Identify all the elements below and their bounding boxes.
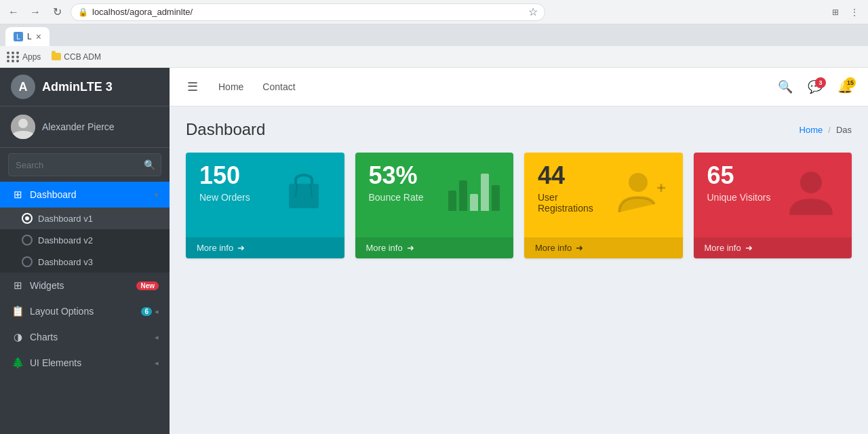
messages-button[interactable]: 💬 3 xyxy=(803,75,827,99)
sidebar-toggle-button[interactable]: ☰ xyxy=(180,75,205,99)
sidebar-item-charts[interactable]: ◑ Charts ◂ xyxy=(0,324,170,350)
stat-number-visitors: 65 xyxy=(707,163,771,188)
stat-number-bounce: 53% xyxy=(369,163,424,188)
footer-label-orders: More info xyxy=(197,243,233,253)
notifications-badge: 15 xyxy=(845,77,856,88)
search-input[interactable] xyxy=(9,156,138,174)
stat-card-body-bounce: 53% Bounce Rate xyxy=(355,153,514,237)
nav-link-home[interactable]: Home xyxy=(210,76,252,98)
sidebar-item-dashboard-v2[interactable]: Dashboard v2 xyxy=(0,229,170,251)
shopping-bag-icon xyxy=(277,163,331,224)
visitors-person-icon xyxy=(784,163,838,224)
stat-label-reg: User Registrations xyxy=(538,192,615,214)
apps-label: Apps xyxy=(22,52,41,62)
nav-label-charts: Charts xyxy=(30,332,155,342)
folder-icon xyxy=(52,53,61,60)
browser-toolbar: ← → ↻ 🔒 localhost/agora_adminlte/ ☆ ⊞ ⋮ xyxy=(0,0,868,24)
tab-favicon: L xyxy=(14,32,23,41)
stat-card-user-reg: 44 User Registrations xyxy=(524,153,683,258)
lock-icon: 🔒 xyxy=(78,7,88,17)
svg-rect-2 xyxy=(289,184,319,208)
browser-tabs: L L × xyxy=(0,24,868,46)
breadcrumb-current: Das xyxy=(836,125,852,135)
sidebar-nav: ⊞ Dashboard ▾ Dashboard v1 Dashboard v2 … xyxy=(0,182,170,434)
radio-active-icon xyxy=(22,213,33,224)
stat-footer-orders[interactable]: More info ➜ xyxy=(186,237,344,258)
grid-icon: ⊞ xyxy=(11,279,24,292)
url-text: localhost/agora_adminlte/ xyxy=(92,7,193,17)
forward-button[interactable]: → xyxy=(27,4,43,20)
stat-footer-bounce[interactable]: More info ➜ xyxy=(355,237,514,258)
stat-number-orders: 150 xyxy=(199,163,250,188)
back-button[interactable]: ← xyxy=(5,4,22,20)
brand-logo: A xyxy=(11,75,35,99)
bookmark-ccb-label: CCB ADM xyxy=(64,52,101,62)
active-tab[interactable]: L L × xyxy=(5,27,50,46)
breadcrumb: Home / Das xyxy=(800,125,852,135)
bookmark-apps[interactable]: Apps xyxy=(7,52,41,62)
stat-footer-reg[interactable]: More info ➜ xyxy=(524,237,683,258)
page-title: Dashboard xyxy=(186,120,265,139)
star-icon[interactable]: ☆ xyxy=(528,5,538,18)
sidebar-item-dashboard[interactable]: ⊞ Dashboard ▾ xyxy=(0,182,170,208)
stat-card-body-reg: 44 User Registrations xyxy=(524,153,683,237)
breadcrumb-separator: / xyxy=(828,125,831,135)
notifications-button[interactable]: 🔔 15 xyxy=(833,75,857,99)
search-nav-button[interactable]: 🔍 xyxy=(773,75,797,99)
app-wrapper: A AdminLTE 3 Alexander Pierce 🔍 xyxy=(0,68,868,434)
extensions-btn[interactable]: ⊞ xyxy=(827,4,844,20)
nav-link-contact[interactable]: Contact xyxy=(254,76,303,98)
sidebar-search: 🔍 xyxy=(0,148,170,182)
nav-label-dashboard-v1: Dashboard v1 xyxy=(38,214,159,224)
stat-card-bounce-rate: 53% Bounce Rate More info xyxy=(355,153,514,258)
nav-right: 🔍 💬 3 🔔 15 xyxy=(773,75,857,99)
svg-point-5 xyxy=(629,173,648,192)
sidebar-item-ui-elements[interactable]: 🌲 UI Elements ◂ xyxy=(0,350,170,376)
tab-title: L xyxy=(27,32,32,41)
stat-footer-visitors[interactable]: More info ➜ xyxy=(694,237,852,258)
brand-text: AdminLTE 3 xyxy=(42,80,113,94)
browser-chrome: ← → ↻ 🔒 localhost/agora_adminlte/ ☆ ⊞ ⋮ … xyxy=(0,0,868,46)
search-button[interactable]: 🔍 xyxy=(138,154,161,176)
pie-icon: ◑ xyxy=(11,331,24,343)
stat-card-body-visitors: 65 Unique Visitors xyxy=(694,153,852,237)
address-bar[interactable]: 🔒 localhost/agora_adminlte/ ☆ xyxy=(71,3,545,21)
search-nav-icon: 🔍 xyxy=(778,79,793,94)
layout-arrow: ◂ xyxy=(155,307,159,316)
stat-card-visitors: 65 Unique Visitors More info ➜ xyxy=(694,153,852,258)
sidebar-item-widgets[interactable]: ⊞ Widgets New xyxy=(0,273,170,298)
footer-arrow-orders: ➜ xyxy=(237,243,245,253)
tab-close-btn[interactable]: × xyxy=(36,31,41,42)
stat-info-visitors: 65 Unique Visitors xyxy=(707,163,771,203)
sidebar: A AdminLTE 3 Alexander Pierce 🔍 xyxy=(0,68,170,434)
stat-label-visitors: Unique Visitors xyxy=(707,192,771,203)
dashboard-arrow: ▾ xyxy=(155,191,159,199)
sidebar-item-layout-options[interactable]: 📋 Layout Options 6 ◂ xyxy=(0,298,170,324)
bookmark-ccb[interactable]: CCB ADM xyxy=(49,51,104,63)
footer-arrow-visitors: ➜ xyxy=(745,243,753,253)
refresh-button[interactable]: ↻ xyxy=(49,4,65,20)
bookmarks-bar: Apps CCB ADM xyxy=(0,46,868,68)
breadcrumb-home[interactable]: Home xyxy=(800,125,823,135)
top-nav-links: Home Contact xyxy=(210,76,304,98)
stat-info-reg: 44 User Registrations xyxy=(538,163,615,214)
svg-point-8 xyxy=(800,172,822,193)
top-nav: ☰ Home Contact 🔍 💬 3 🔔 15 xyxy=(170,68,868,106)
widgets-badge: New xyxy=(136,281,159,290)
radio-icon-v3 xyxy=(22,256,33,267)
user-reg-icon xyxy=(615,163,669,226)
sidebar-item-dashboard-v3[interactable]: Dashboard v3 xyxy=(0,251,170,273)
nav-label-widgets: Widgets xyxy=(30,280,136,291)
menu-btn[interactable]: ⋮ xyxy=(846,4,863,20)
sidebar-user: Alexander Pierce xyxy=(0,106,170,148)
stat-card-body-orders: 150 New Orders xyxy=(186,153,344,237)
sidebar-item-dashboard-v1[interactable]: Dashboard v1 xyxy=(0,208,170,229)
stat-label-orders: New Orders xyxy=(199,192,250,203)
speedometer-icon: ⊞ xyxy=(11,189,24,201)
search-wrapper: 🔍 xyxy=(8,153,161,176)
radio-icon-v2 xyxy=(22,235,33,245)
sidebar-brand: A AdminLTE 3 xyxy=(0,68,170,106)
stat-info-orders: 150 New Orders xyxy=(199,163,250,203)
avatar xyxy=(11,115,35,139)
nav-label-dashboard-v3: Dashboard v3 xyxy=(38,257,159,267)
